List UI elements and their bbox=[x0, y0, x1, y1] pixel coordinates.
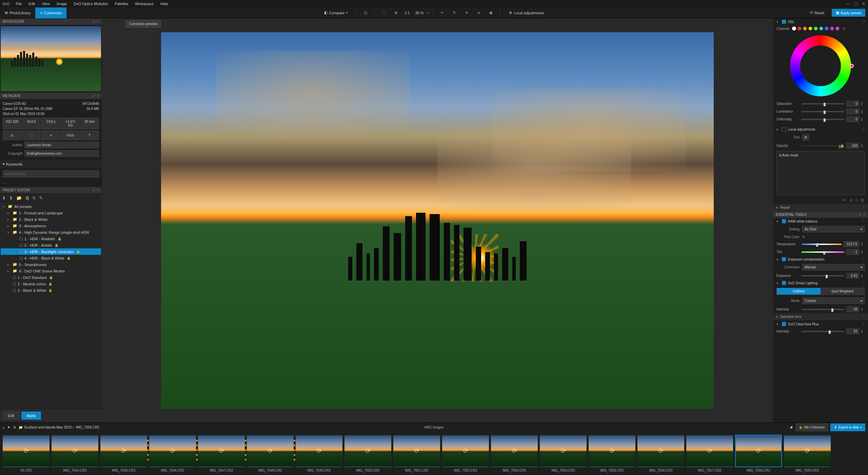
undock-icon[interactable]: ⤢ bbox=[92, 20, 95, 23]
location-icon[interactable]: 📍 bbox=[80, 131, 99, 140]
wand-meta-icon[interactable]: ✦ bbox=[41, 131, 60, 140]
aperture-chip[interactable]: f/14.0 bbox=[22, 118, 41, 129]
nik-collection-button[interactable]: ◐Nik Collection bbox=[796, 423, 828, 431]
channel-dot[interactable] bbox=[825, 26, 829, 31]
close-icon[interactable]: × bbox=[97, 94, 99, 98]
close-icon[interactable]: × bbox=[97, 20, 99, 23]
chevron-up-icon[interactable]: ▴ bbox=[3, 425, 4, 429]
auto-button[interactable]: - A - bbox=[3, 131, 21, 140]
filmstrip-item[interactable]: 43.CR2 bbox=[3, 435, 50, 472]
channel-dot[interactable] bbox=[814, 26, 818, 31]
uniform-toggle[interactable]: Uniform bbox=[777, 288, 821, 294]
channel-dot[interactable] bbox=[835, 26, 840, 31]
preset-tree-item[interactable]: ▢2 - HDR - Artistic🔒 bbox=[1, 242, 101, 248]
tag-icon[interactable]: ◢ bbox=[788, 423, 794, 431]
menu-palettes[interactable]: Palettes bbox=[111, 1, 132, 7]
help-icon[interactable]: ? bbox=[863, 258, 865, 261]
help-icon[interactable]: ? bbox=[863, 206, 865, 209]
iso-chip[interactable]: ISO 100 bbox=[3, 118, 21, 129]
image-viewport[interactable]: Correction preview bbox=[102, 18, 773, 422]
hsl-color-wheel[interactable] bbox=[790, 35, 851, 96]
preset-tree-item[interactable]: ▢1 - HDR - Realistic🔒 bbox=[1, 235, 101, 242]
wb-setting-select[interactable]: As Shot▾ bbox=[802, 226, 865, 232]
metadata-header[interactable]: METADATA⤢× bbox=[0, 93, 102, 99]
hsl-checkbox[interactable] bbox=[782, 20, 786, 24]
menu-image[interactable]: Image bbox=[53, 1, 71, 7]
channel-dot[interactable] bbox=[803, 26, 807, 31]
filmstrip[interactable]: 43.CR2IMG_7544.CR2IMG_7545.CR2IMG_7546.C… bbox=[0, 432, 868, 475]
close-icon[interactable]: ✕ bbox=[862, 1, 865, 6]
menu-edit[interactable]: Edit bbox=[25, 1, 38, 7]
preset-tree-item[interactable]: ▢4 - HDR - Black & White🔒 bbox=[1, 255, 101, 261]
zoom-reset-icon[interactable]: ⊕ bbox=[391, 9, 400, 17]
horizon-icon[interactable]: ↻ bbox=[450, 9, 459, 17]
spot-weighted-toggle[interactable]: Spot Weighted bbox=[821, 288, 864, 294]
chevron-down-icon[interactable]: ▾ bbox=[428, 11, 429, 14]
channel-dot[interactable] bbox=[819, 26, 823, 31]
crop-icon[interactable]: ✂ bbox=[437, 9, 447, 17]
apply-button[interactable]: Apply bbox=[21, 412, 41, 420]
clearview-header[interactable]: ▾DxO ClearView Plus? bbox=[773, 321, 868, 327]
thumbnail[interactable] bbox=[735, 435, 782, 467]
help-icon[interactable]: ? bbox=[863, 281, 865, 285]
tab-customize[interactable]: ≡Customize bbox=[35, 7, 66, 18]
local-tool-icon[interactable]: ⊕ bbox=[802, 134, 809, 140]
hsl-header[interactable]: ▾HSL? bbox=[773, 18, 868, 25]
thumbnail[interactable] bbox=[393, 435, 440, 467]
filmstrip-item[interactable]: IMG_7553.CR2 bbox=[491, 435, 538, 472]
help-icon[interactable]: ? bbox=[863, 315, 865, 319]
undock-icon[interactable]: ⤢ bbox=[92, 94, 95, 98]
rename-icon[interactable]: ✎ bbox=[39, 195, 43, 201]
smart-lighting-header[interactable]: ▾DxO Smart Lighting? bbox=[773, 280, 868, 286]
minimize-icon[interactable]: — bbox=[846, 1, 850, 6]
clearview-checkbox[interactable] bbox=[782, 322, 786, 326]
thumbnail[interactable] bbox=[686, 435, 733, 467]
filmstrip-item[interactable]: IMG_7544.CR2 bbox=[52, 435, 98, 472]
channel-dot[interactable] bbox=[797, 26, 802, 31]
wheel-handle[interactable] bbox=[850, 64, 854, 68]
selective-tone-section[interactable]: ▸Selective tone? bbox=[773, 313, 868, 321]
filmstrip-item[interactable]: IMG_7554.CR2 bbox=[540, 435, 587, 472]
repair-section[interactable]: ▸Repair? bbox=[773, 204, 868, 211]
local-adjustments-header[interactable]: ▾Local adjustments? bbox=[773, 126, 868, 133]
redeye-icon[interactable]: ◉ bbox=[486, 9, 496, 17]
wand-icon[interactable]: ✦ bbox=[462, 9, 471, 17]
local-masks-list[interactable]: ⊘ Auto mask bbox=[776, 151, 865, 195]
menu-file[interactable]: File bbox=[13, 1, 25, 7]
smart-mode-select[interactable]: Custom▾ bbox=[802, 298, 865, 304]
local-checkbox[interactable] bbox=[782, 127, 786, 131]
mask-invert-icon[interactable]: ⇄ bbox=[849, 198, 853, 203]
keywords-input[interactable]: Add keywords bbox=[3, 170, 99, 177]
preset-tree-item[interactable]: ▸📁2 - Black & White bbox=[1, 216, 101, 223]
filmstrip-item[interactable]: IMG_7552.CR2 bbox=[442, 435, 489, 472]
reset-channel-icon[interactable]: ↻ bbox=[843, 27, 845, 31]
menu-help[interactable]: Help bbox=[157, 1, 172, 7]
filmstrip-item[interactable]: IMG_7557.CR2 bbox=[686, 435, 733, 472]
preset-tree-item[interactable]: ▢3 - HDR - Backlight correction🔒 bbox=[1, 248, 101, 255]
filmstrip-item[interactable]: IMG_7547.CR2 bbox=[198, 435, 245, 472]
import-icon[interactable]: ⬆ bbox=[9, 195, 13, 201]
correction-select[interactable]: Manual▾ bbox=[802, 264, 865, 270]
compare-button[interactable]: ◧Compare▾ bbox=[319, 7, 352, 18]
raw-button[interactable]: RAW bbox=[61, 131, 80, 140]
crop-meta-icon[interactable]: ⬚ bbox=[22, 131, 41, 140]
breadcrumb[interactable]: 📁Scotland and Islands May 2019▸IMG_7558.… bbox=[19, 425, 99, 429]
reset-button[interactable]: ↺Reset bbox=[805, 7, 829, 18]
close-icon[interactable]: × bbox=[97, 188, 99, 192]
navigation-thumbnail[interactable] bbox=[1, 26, 101, 91]
thumbnail[interactable] bbox=[3, 435, 50, 467]
filmstrip-item[interactable]: IMG_7556.CR2 bbox=[637, 435, 684, 472]
undock-icon[interactable]: ⤢ bbox=[92, 188, 95, 192]
thumbnail[interactable] bbox=[784, 435, 831, 467]
preset-tree-item[interactable]: ▸📁3 - Atmospheres bbox=[1, 223, 101, 229]
copyright-field[interactable]: findingtheuniverse.com bbox=[24, 150, 99, 157]
tab-photolibrary[interactable]: ⊞PhotoLibrary bbox=[0, 7, 35, 18]
essential-tools-header[interactable]: ESSENTIAL TOOLS⤢× bbox=[773, 211, 868, 218]
mask-eye-icon[interactable]: 👁 bbox=[843, 198, 847, 203]
filmstrip-item[interactable]: IMG_7549.CR2 bbox=[296, 435, 342, 472]
thumbnail[interactable] bbox=[344, 435, 391, 467]
menu-optics[interactable]: DxO Optics Modules bbox=[71, 1, 112, 7]
thumbnail[interactable] bbox=[442, 435, 489, 467]
white-balance-header[interactable]: ▾RAW white balance? bbox=[773, 218, 868, 225]
repair-icon[interactable]: ⌀ bbox=[474, 9, 484, 17]
